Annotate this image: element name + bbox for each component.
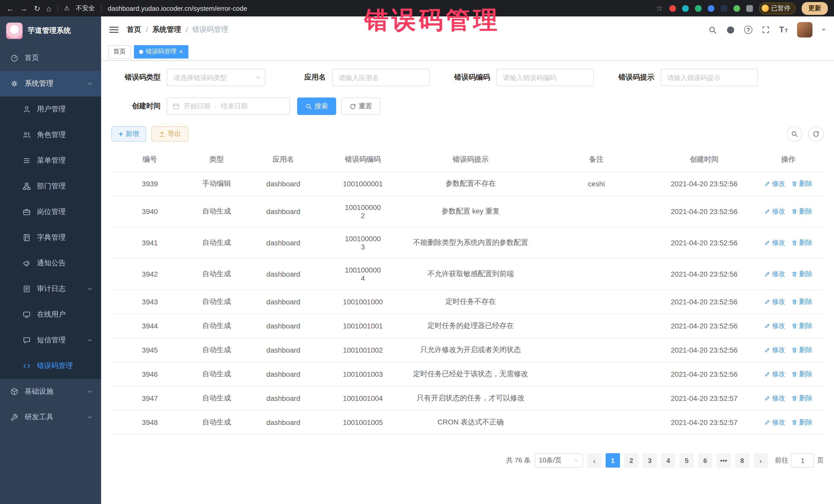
extension-icon-paw[interactable]: [733, 5, 740, 12]
delete-link[interactable]: 删除: [791, 269, 812, 279]
extension-icon-green[interactable]: [695, 5, 701, 12]
delete-link[interactable]: 删除: [791, 394, 812, 403]
extension-icon-blue[interactable]: [707, 5, 714, 12]
search-icon[interactable]: [708, 25, 717, 34]
reset-button[interactable]: 重置: [341, 97, 380, 115]
extensions-puzzle-icon[interactable]: [746, 5, 753, 12]
url-text[interactable]: dashboard.yudao.iocoder.cn/system/error-…: [108, 4, 247, 12]
delete-link[interactable]: 删除: [791, 418, 812, 427]
sidebar-item-home[interactable]: 首页: [0, 45, 101, 71]
sidebar-item-error-code-management[interactable]: 错误码管理: [0, 353, 101, 379]
delete-link[interactable]: 删除: [791, 345, 812, 355]
table-row[interactable]: 3942 自动生成 dashboard 100100000 4 不允许获取敏感配…: [111, 258, 824, 290]
address-bar[interactable]: dashboard.yudao.iocoder.cn/system/error-…: [108, 4, 650, 12]
page-button-2[interactable]: 2: [624, 453, 638, 467]
delete-link[interactable]: 删除: [791, 238, 812, 247]
edit-link[interactable]: 修改: [764, 321, 785, 330]
edit-link[interactable]: 修改: [764, 269, 785, 279]
font-size-icon[interactable]: [779, 25, 788, 35]
sidebar-item-sms-management[interactable]: 短信管理: [0, 327, 101, 353]
table-row[interactable]: 3943 自动生成 dashboard 1001001000 定时任务不存在 2…: [111, 290, 824, 314]
table-row[interactable]: 3944 自动生成 dashboard 1001001001 定时任务的处理器已…: [111, 314, 824, 338]
prev-page-button[interactable]: [587, 453, 601, 467]
github-icon[interactable]: [726, 25, 735, 34]
not-secure-label[interactable]: 不安全: [76, 4, 95, 13]
sidebar-item-user-management[interactable]: 用户管理: [0, 96, 101, 122]
caret-down-icon[interactable]: [822, 29, 826, 33]
delete-link[interactable]: 删除: [791, 370, 812, 379]
search-button[interactable]: 搜索: [297, 97, 336, 115]
edit-link[interactable]: 修改: [764, 345, 785, 355]
app-name-input[interactable]: [332, 69, 430, 86]
browser-home-icon[interactable]: [46, 4, 51, 12]
help-icon[interactable]: [744, 26, 752, 34]
edit-link[interactable]: 修改: [764, 370, 785, 379]
delete-link[interactable]: 删除: [791, 297, 812, 306]
profile-paused-badge[interactable]: 已暂停: [759, 2, 795, 14]
extension-icon-dark[interactable]: [720, 5, 727, 12]
delete-link[interactable]: 删除: [791, 321, 812, 330]
table-row[interactable]: 3945 自动生成 dashboard 1001001002 只允许修改为开启或…: [111, 338, 824, 362]
sidebar-item-audit-log[interactable]: 审计日志: [0, 276, 101, 302]
page-button-1[interactable]: 1: [606, 453, 620, 467]
table-row[interactable]: 3941 自动生成 dashboard 100100000 3 不能删除类型为系…: [111, 227, 824, 258]
next-page-button[interactable]: [753, 453, 768, 467]
sidebar-item-dept-management[interactable]: 部门管理: [0, 174, 101, 199]
add-button[interactable]: 新增: [111, 126, 146, 141]
page-size-select[interactable]: 10条/页: [535, 453, 583, 467]
refresh-table-button[interactable]: [808, 126, 824, 141]
page-button-5[interactable]: 5: [680, 453, 694, 467]
sidebar-item-role-management[interactable]: 角色管理: [0, 122, 101, 148]
error-code-input[interactable]: [496, 69, 594, 86]
page-ellipsis-button[interactable]: •••: [717, 453, 731, 467]
tag-error-code-management[interactable]: 错误码管理: [134, 45, 188, 58]
page-button-6[interactable]: 6: [698, 453, 712, 467]
goto-page-input[interactable]: [791, 453, 814, 467]
sidebar-item-notice[interactable]: 通知公告: [0, 250, 101, 276]
user-avatar[interactable]: [797, 22, 812, 38]
edit-link[interactable]: 修改: [764, 297, 785, 306]
date-range-picker[interactable]: 开始日期 - 结束日期: [167, 97, 290, 115]
app-logo[interactable]: 芋道管理系统: [0, 17, 101, 45]
export-button[interactable]: 导出: [151, 126, 188, 141]
browser-reload-icon[interactable]: [34, 4, 40, 12]
breadcrumb-home[interactable]: 首页: [127, 25, 141, 35]
table-row[interactable]: 3939 手动编辑 dashboard 1001000001 参数配置不存在 c…: [111, 172, 824, 196]
sidebar-item-dev-tools[interactable]: 研发工具: [0, 404, 101, 430]
edit-link[interactable]: 修改: [764, 418, 785, 427]
sidebar-item-dict-management[interactable]: 字典管理: [0, 225, 101, 250]
table-row[interactable]: 3940 自动生成 dashboard 100100000 2 参数配置 key…: [111, 196, 824, 227]
delete-link[interactable]: 删除: [791, 179, 812, 188]
error-type-select-input[interactable]: [167, 69, 265, 86]
extension-icon-teal[interactable]: [682, 5, 688, 12]
bookmark-star-icon[interactable]: [656, 4, 663, 13]
close-icon[interactable]: [179, 48, 183, 55]
page-button-8[interactable]: 8: [735, 453, 749, 467]
sidebar-item-menu-management[interactable]: 菜单管理: [0, 148, 101, 174]
sidebar-item-post-management[interactable]: 岗位管理: [0, 199, 101, 225]
page-button-3[interactable]: 3: [642, 453, 657, 467]
table-row[interactable]: 3948 自动生成 dashboard 1001001005 CRON 表达式不…: [111, 410, 824, 435]
sidebar-item-online-users[interactable]: 在线用户: [0, 302, 101, 327]
delete-link[interactable]: 删除: [791, 207, 812, 216]
browser-back-icon[interactable]: [6, 4, 14, 12]
fullscreen-icon[interactable]: [762, 26, 770, 34]
sidebar-toggle-icon[interactable]: [109, 27, 118, 33]
page-button-4[interactable]: 4: [661, 453, 675, 467]
edit-link[interactable]: 修改: [764, 179, 785, 188]
extension-icon-red[interactable]: [669, 5, 676, 12]
sidebar-item-system-management[interactable]: 系统管理: [0, 71, 101, 96]
error-type-select[interactable]: [167, 69, 265, 86]
edit-link[interactable]: 修改: [764, 207, 785, 216]
toggle-search-button[interactable]: [787, 126, 802, 141]
edit-link[interactable]: 修改: [764, 238, 785, 247]
error-hint-input[interactable]: [660, 69, 758, 86]
breadcrumb-system[interactable]: 系统管理: [152, 25, 181, 35]
table-row[interactable]: 3947 自动生成 dashboard 1001001004 只有开启状态的任务…: [111, 386, 824, 410]
edit-link[interactable]: 修改: [764, 394, 785, 403]
browser-forward-icon[interactable]: [20, 4, 28, 12]
tag-home[interactable]: 首页: [108, 45, 131, 58]
browser-update-button[interactable]: 更新: [802, 2, 828, 15]
sidebar-item-infrastructure[interactable]: 基础设施: [0, 379, 101, 404]
table-row[interactable]: 3946 自动生成 dashboard 1001001003 定时任务已经处于该…: [111, 362, 824, 386]
